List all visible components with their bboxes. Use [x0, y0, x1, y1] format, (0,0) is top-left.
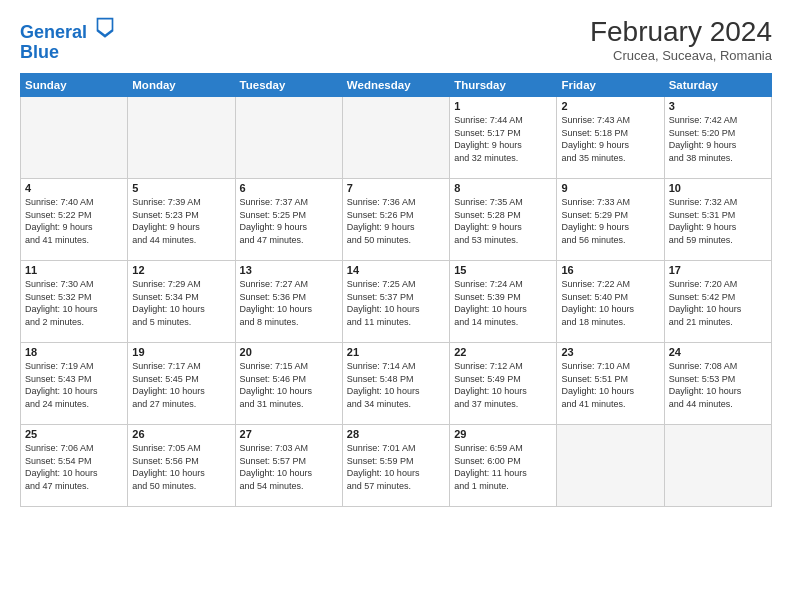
- day-detail: Sunrise: 7:03 AM Sunset: 5:57 PM Dayligh…: [240, 442, 338, 492]
- day-number: 29: [454, 428, 552, 440]
- calendar-cell: 22Sunrise: 7:12 AM Sunset: 5:49 PM Dayli…: [450, 343, 557, 425]
- col-friday: Friday: [557, 74, 664, 97]
- calendar-cell: 23Sunrise: 7:10 AM Sunset: 5:51 PM Dayli…: [557, 343, 664, 425]
- day-detail: Sunrise: 7:40 AM Sunset: 5:22 PM Dayligh…: [25, 196, 123, 246]
- calendar-cell: [21, 97, 128, 179]
- day-detail: Sunrise: 7:32 AM Sunset: 5:31 PM Dayligh…: [669, 196, 767, 246]
- day-detail: Sunrise: 7:27 AM Sunset: 5:36 PM Dayligh…: [240, 278, 338, 328]
- day-number: 10: [669, 182, 767, 194]
- day-number: 15: [454, 264, 552, 276]
- col-tuesday: Tuesday: [235, 74, 342, 97]
- calendar-cell: 20Sunrise: 7:15 AM Sunset: 5:46 PM Dayli…: [235, 343, 342, 425]
- col-wednesday: Wednesday: [342, 74, 449, 97]
- calendar-cell: 14Sunrise: 7:25 AM Sunset: 5:37 PM Dayli…: [342, 261, 449, 343]
- calendar-cell: [235, 97, 342, 179]
- day-number: 24: [669, 346, 767, 358]
- calendar-cell: 21Sunrise: 7:14 AM Sunset: 5:48 PM Dayli…: [342, 343, 449, 425]
- day-detail: Sunrise: 7:37 AM Sunset: 5:25 PM Dayligh…: [240, 196, 338, 246]
- day-detail: Sunrise: 7:12 AM Sunset: 5:49 PM Dayligh…: [454, 360, 552, 410]
- calendar-cell: 5Sunrise: 7:39 AM Sunset: 5:23 PM Daylig…: [128, 179, 235, 261]
- logo: General Blue: [20, 16, 115, 63]
- calendar: Sunday Monday Tuesday Wednesday Thursday…: [20, 73, 772, 507]
- day-detail: Sunrise: 7:43 AM Sunset: 5:18 PM Dayligh…: [561, 114, 659, 164]
- calendar-cell: 28Sunrise: 7:01 AM Sunset: 5:59 PM Dayli…: [342, 425, 449, 507]
- day-number: 19: [132, 346, 230, 358]
- day-number: 18: [25, 346, 123, 358]
- day-detail: Sunrise: 7:05 AM Sunset: 5:56 PM Dayligh…: [132, 442, 230, 492]
- calendar-cell: 24Sunrise: 7:08 AM Sunset: 5:53 PM Dayli…: [664, 343, 771, 425]
- day-detail: Sunrise: 7:08 AM Sunset: 5:53 PM Dayligh…: [669, 360, 767, 410]
- month-title: February 2024: [590, 16, 772, 48]
- calendar-cell: 4Sunrise: 7:40 AM Sunset: 5:22 PM Daylig…: [21, 179, 128, 261]
- logo-blue: Blue: [20, 43, 115, 63]
- day-detail: Sunrise: 7:30 AM Sunset: 5:32 PM Dayligh…: [25, 278, 123, 328]
- day-detail: Sunrise: 7:42 AM Sunset: 5:20 PM Dayligh…: [669, 114, 767, 164]
- day-detail: Sunrise: 7:17 AM Sunset: 5:45 PM Dayligh…: [132, 360, 230, 410]
- calendar-cell: 25Sunrise: 7:06 AM Sunset: 5:54 PM Dayli…: [21, 425, 128, 507]
- day-number: 5: [132, 182, 230, 194]
- calendar-cell: 12Sunrise: 7:29 AM Sunset: 5:34 PM Dayli…: [128, 261, 235, 343]
- calendar-cell: [128, 97, 235, 179]
- day-detail: Sunrise: 7:06 AM Sunset: 5:54 PM Dayligh…: [25, 442, 123, 492]
- day-number: 6: [240, 182, 338, 194]
- day-number: 14: [347, 264, 445, 276]
- col-thursday: Thursday: [450, 74, 557, 97]
- day-detail: Sunrise: 7:15 AM Sunset: 5:46 PM Dayligh…: [240, 360, 338, 410]
- calendar-cell: 1Sunrise: 7:44 AM Sunset: 5:17 PM Daylig…: [450, 97, 557, 179]
- logo-icon: [95, 16, 115, 38]
- calendar-cell: 17Sunrise: 7:20 AM Sunset: 5:42 PM Dayli…: [664, 261, 771, 343]
- calendar-cell: 2Sunrise: 7:43 AM Sunset: 5:18 PM Daylig…: [557, 97, 664, 179]
- calendar-cell: 26Sunrise: 7:05 AM Sunset: 5:56 PM Dayli…: [128, 425, 235, 507]
- calendar-week-3: 18Sunrise: 7:19 AM Sunset: 5:43 PM Dayli…: [21, 343, 772, 425]
- location: Crucea, Suceava, Romania: [590, 48, 772, 63]
- day-detail: Sunrise: 7:33 AM Sunset: 5:29 PM Dayligh…: [561, 196, 659, 246]
- day-number: 22: [454, 346, 552, 358]
- day-number: 17: [669, 264, 767, 276]
- calendar-cell: 15Sunrise: 7:24 AM Sunset: 5:39 PM Dayli…: [450, 261, 557, 343]
- day-number: 3: [669, 100, 767, 112]
- day-detail: Sunrise: 7:01 AM Sunset: 5:59 PM Dayligh…: [347, 442, 445, 492]
- calendar-cell: 16Sunrise: 7:22 AM Sunset: 5:40 PM Dayli…: [557, 261, 664, 343]
- day-number: 1: [454, 100, 552, 112]
- calendar-cell: 8Sunrise: 7:35 AM Sunset: 5:28 PM Daylig…: [450, 179, 557, 261]
- col-monday: Monday: [128, 74, 235, 97]
- calendar-cell: 27Sunrise: 7:03 AM Sunset: 5:57 PM Dayli…: [235, 425, 342, 507]
- day-number: 7: [347, 182, 445, 194]
- day-detail: Sunrise: 7:36 AM Sunset: 5:26 PM Dayligh…: [347, 196, 445, 246]
- day-detail: Sunrise: 7:14 AM Sunset: 5:48 PM Dayligh…: [347, 360, 445, 410]
- calendar-cell: 29Sunrise: 6:59 AM Sunset: 6:00 PM Dayli…: [450, 425, 557, 507]
- page: General Blue February 2024 Crucea, Sucea…: [0, 0, 792, 612]
- calendar-cell: 18Sunrise: 7:19 AM Sunset: 5:43 PM Dayli…: [21, 343, 128, 425]
- calendar-header-row: Sunday Monday Tuesday Wednesday Thursday…: [21, 74, 772, 97]
- day-number: 26: [132, 428, 230, 440]
- day-number: 8: [454, 182, 552, 194]
- day-number: 23: [561, 346, 659, 358]
- day-number: 2: [561, 100, 659, 112]
- calendar-cell: 19Sunrise: 7:17 AM Sunset: 5:45 PM Dayli…: [128, 343, 235, 425]
- calendar-week-1: 4Sunrise: 7:40 AM Sunset: 5:22 PM Daylig…: [21, 179, 772, 261]
- calendar-cell: [342, 97, 449, 179]
- day-number: 13: [240, 264, 338, 276]
- day-detail: Sunrise: 7:19 AM Sunset: 5:43 PM Dayligh…: [25, 360, 123, 410]
- day-number: 28: [347, 428, 445, 440]
- calendar-cell: 6Sunrise: 7:37 AM Sunset: 5:25 PM Daylig…: [235, 179, 342, 261]
- day-detail: Sunrise: 7:29 AM Sunset: 5:34 PM Dayligh…: [132, 278, 230, 328]
- day-number: 25: [25, 428, 123, 440]
- calendar-week-4: 25Sunrise: 7:06 AM Sunset: 5:54 PM Dayli…: [21, 425, 772, 507]
- calendar-cell: 11Sunrise: 7:30 AM Sunset: 5:32 PM Dayli…: [21, 261, 128, 343]
- title-block: February 2024 Crucea, Suceava, Romania: [590, 16, 772, 63]
- day-number: 4: [25, 182, 123, 194]
- day-detail: Sunrise: 7:35 AM Sunset: 5:28 PM Dayligh…: [454, 196, 552, 246]
- header: General Blue February 2024 Crucea, Sucea…: [20, 16, 772, 63]
- day-number: 11: [25, 264, 123, 276]
- calendar-week-0: 1Sunrise: 7:44 AM Sunset: 5:17 PM Daylig…: [21, 97, 772, 179]
- day-detail: Sunrise: 7:44 AM Sunset: 5:17 PM Dayligh…: [454, 114, 552, 164]
- calendar-week-2: 11Sunrise: 7:30 AM Sunset: 5:32 PM Dayli…: [21, 261, 772, 343]
- day-detail: Sunrise: 7:10 AM Sunset: 5:51 PM Dayligh…: [561, 360, 659, 410]
- day-detail: Sunrise: 7:24 AM Sunset: 5:39 PM Dayligh…: [454, 278, 552, 328]
- day-detail: Sunrise: 7:22 AM Sunset: 5:40 PM Dayligh…: [561, 278, 659, 328]
- day-number: 16: [561, 264, 659, 276]
- day-number: 20: [240, 346, 338, 358]
- day-number: 21: [347, 346, 445, 358]
- calendar-cell: 3Sunrise: 7:42 AM Sunset: 5:20 PM Daylig…: [664, 97, 771, 179]
